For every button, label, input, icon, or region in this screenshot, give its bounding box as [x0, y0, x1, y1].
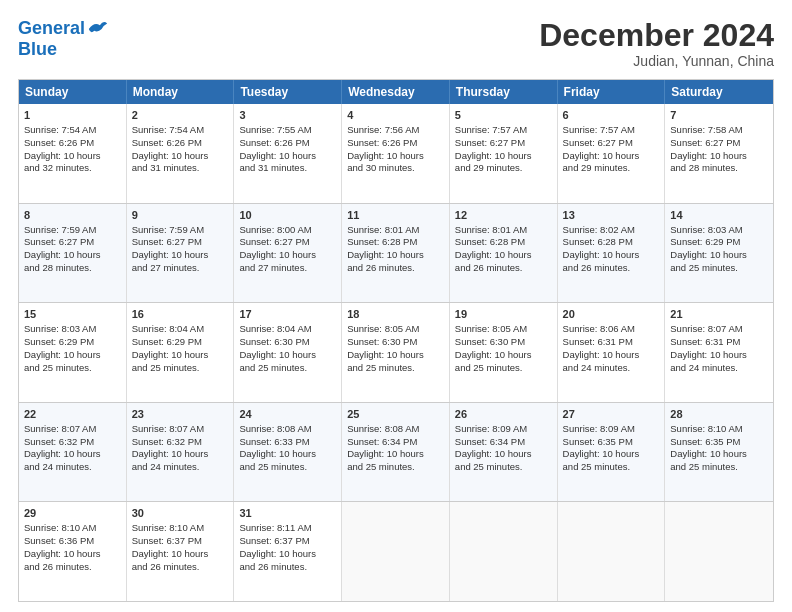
header-day-monday: Monday [127, 80, 235, 104]
calendar-empty-cell [342, 502, 450, 601]
location: Judian, Yunnan, China [539, 53, 774, 69]
day-detail-line: and 27 minutes. [132, 262, 229, 275]
day-number: 5 [455, 108, 552, 123]
header-day-sunday: Sunday [19, 80, 127, 104]
day-detail-line: and 26 minutes. [24, 561, 121, 574]
logo: General Blue [18, 18, 109, 60]
day-detail-line: and 25 minutes. [563, 461, 660, 474]
day-detail-line: Sunrise: 8:09 AM [563, 423, 660, 436]
header-day-saturday: Saturday [665, 80, 773, 104]
day-detail-line: Daylight: 10 hours [670, 150, 768, 163]
day-detail-line: Sunrise: 8:06 AM [563, 323, 660, 336]
day-number: 14 [670, 208, 768, 223]
day-detail-line: and 25 minutes. [24, 362, 121, 375]
day-number: 25 [347, 407, 444, 422]
calendar-body: 1Sunrise: 7:54 AMSunset: 6:26 PMDaylight… [19, 104, 773, 601]
calendar-day-3: 3Sunrise: 7:55 AMSunset: 6:26 PMDaylight… [234, 104, 342, 203]
day-detail-line: and 25 minutes. [455, 461, 552, 474]
day-detail-line: Sunrise: 8:10 AM [670, 423, 768, 436]
day-detail-line: Sunrise: 7:54 AM [132, 124, 229, 137]
day-detail-line: Sunset: 6:28 PM [563, 236, 660, 249]
day-detail-line: and 26 minutes. [563, 262, 660, 275]
day-detail-line: and 25 minutes. [347, 362, 444, 375]
day-detail-line: Sunrise: 7:59 AM [132, 224, 229, 237]
day-number: 20 [563, 307, 660, 322]
day-number: 2 [132, 108, 229, 123]
calendar-day-5: 5Sunrise: 7:57 AMSunset: 6:27 PMDaylight… [450, 104, 558, 203]
day-detail-line: Sunrise: 8:03 AM [670, 224, 768, 237]
calendar-day-20: 20Sunrise: 8:06 AMSunset: 6:31 PMDayligh… [558, 303, 666, 402]
logo-bird-icon [87, 18, 109, 40]
day-detail-line: Sunset: 6:36 PM [24, 535, 121, 548]
day-detail-line: Sunset: 6:26 PM [347, 137, 444, 150]
day-detail-line: Sunset: 6:26 PM [132, 137, 229, 150]
day-detail-line: and 25 minutes. [132, 362, 229, 375]
day-detail-line: Sunrise: 8:00 AM [239, 224, 336, 237]
day-number: 28 [670, 407, 768, 422]
day-detail-line: Sunrise: 8:01 AM [455, 224, 552, 237]
day-detail-line: and 28 minutes. [670, 162, 768, 175]
day-number: 29 [24, 506, 121, 521]
day-number: 3 [239, 108, 336, 123]
day-number: 10 [239, 208, 336, 223]
day-detail-line: Sunset: 6:27 PM [24, 236, 121, 249]
day-number: 26 [455, 407, 552, 422]
day-detail-line: Daylight: 10 hours [239, 349, 336, 362]
day-detail-line: Sunrise: 8:05 AM [455, 323, 552, 336]
day-detail-line: Sunrise: 8:08 AM [347, 423, 444, 436]
day-detail-line: Daylight: 10 hours [24, 249, 121, 262]
day-detail-line: Sunrise: 7:55 AM [239, 124, 336, 137]
day-detail-line: Sunset: 6:35 PM [670, 436, 768, 449]
day-detail-line: Daylight: 10 hours [24, 150, 121, 163]
day-detail-line: Daylight: 10 hours [132, 150, 229, 163]
day-detail-line: Daylight: 10 hours [455, 249, 552, 262]
day-detail-line: Sunrise: 8:01 AM [347, 224, 444, 237]
day-number: 18 [347, 307, 444, 322]
day-detail-line: Sunset: 6:27 PM [563, 137, 660, 150]
day-detail-line: Sunrise: 7:58 AM [670, 124, 768, 137]
day-detail-line: and 26 minutes. [455, 262, 552, 275]
calendar-row-1: 1Sunrise: 7:54 AMSunset: 6:26 PMDaylight… [19, 104, 773, 203]
day-detail-line: Daylight: 10 hours [455, 150, 552, 163]
day-detail-line: Sunset: 6:37 PM [132, 535, 229, 548]
day-detail-line: Sunset: 6:30 PM [239, 336, 336, 349]
day-detail-line: Sunset: 6:34 PM [455, 436, 552, 449]
day-detail-line: Sunset: 6:32 PM [24, 436, 121, 449]
day-detail-line: Sunset: 6:34 PM [347, 436, 444, 449]
day-detail-line: Sunrise: 8:07 AM [24, 423, 121, 436]
day-number: 16 [132, 307, 229, 322]
calendar-day-18: 18Sunrise: 8:05 AMSunset: 6:30 PMDayligh… [342, 303, 450, 402]
calendar-header: SundayMondayTuesdayWednesdayThursdayFrid… [19, 80, 773, 104]
day-detail-line: Sunset: 6:30 PM [347, 336, 444, 349]
day-detail-line: Daylight: 10 hours [24, 349, 121, 362]
calendar-day-30: 30Sunrise: 8:10 AMSunset: 6:37 PMDayligh… [127, 502, 235, 601]
day-detail-line: Daylight: 10 hours [132, 548, 229, 561]
day-detail-line: Sunset: 6:28 PM [455, 236, 552, 249]
day-detail-line: Sunset: 6:27 PM [239, 236, 336, 249]
day-detail-line: Sunrise: 8:08 AM [239, 423, 336, 436]
day-number: 17 [239, 307, 336, 322]
calendar-day-24: 24Sunrise: 8:08 AMSunset: 6:33 PMDayligh… [234, 403, 342, 502]
day-detail-line: Sunset: 6:26 PM [239, 137, 336, 150]
calendar-day-15: 15Sunrise: 8:03 AMSunset: 6:29 PMDayligh… [19, 303, 127, 402]
day-detail-line: Sunset: 6:37 PM [239, 535, 336, 548]
calendar-day-7: 7Sunrise: 7:58 AMSunset: 6:27 PMDaylight… [665, 104, 773, 203]
calendar-row-3: 15Sunrise: 8:03 AMSunset: 6:29 PMDayligh… [19, 302, 773, 402]
day-detail-line: Sunrise: 8:05 AM [347, 323, 444, 336]
header-day-tuesday: Tuesday [234, 80, 342, 104]
day-number: 1 [24, 108, 121, 123]
day-detail-line: and 31 minutes. [132, 162, 229, 175]
day-detail-line: and 27 minutes. [239, 262, 336, 275]
day-detail-line: Sunrise: 7:54 AM [24, 124, 121, 137]
day-detail-line: Daylight: 10 hours [563, 349, 660, 362]
day-detail-line: Sunrise: 8:10 AM [24, 522, 121, 535]
calendar-day-10: 10Sunrise: 8:00 AMSunset: 6:27 PMDayligh… [234, 204, 342, 303]
day-detail-line: Sunrise: 7:56 AM [347, 124, 444, 137]
calendar: SundayMondayTuesdayWednesdayThursdayFrid… [18, 79, 774, 602]
day-number: 31 [239, 506, 336, 521]
calendar-row-4: 22Sunrise: 8:07 AMSunset: 6:32 PMDayligh… [19, 402, 773, 502]
calendar-day-23: 23Sunrise: 8:07 AMSunset: 6:32 PMDayligh… [127, 403, 235, 502]
day-detail-line: Sunrise: 8:04 AM [132, 323, 229, 336]
day-number: 21 [670, 307, 768, 322]
day-detail-line: Sunset: 6:29 PM [670, 236, 768, 249]
